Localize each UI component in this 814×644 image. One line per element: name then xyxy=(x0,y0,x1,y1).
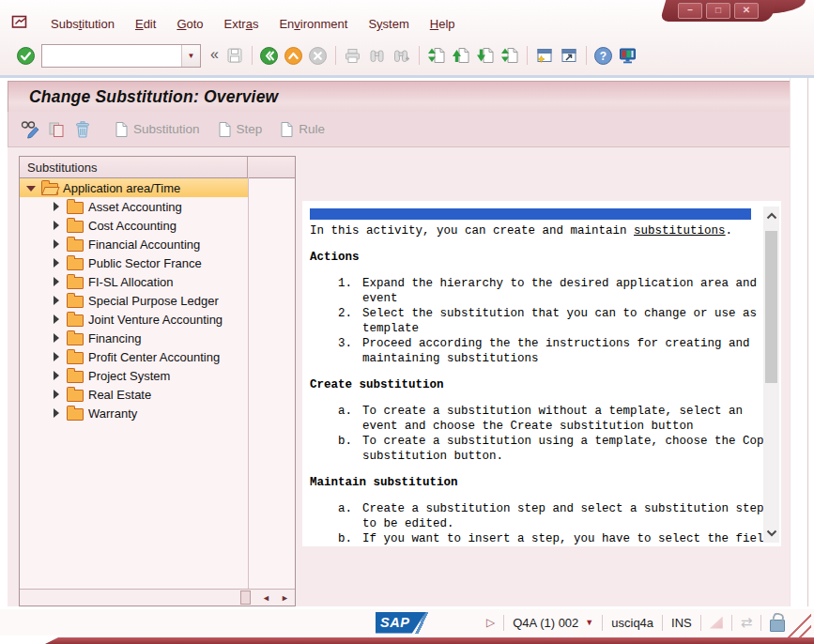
tree-header: Substitutions xyxy=(20,157,295,178)
tree-item[interactable]: Public Sector France xyxy=(20,253,295,272)
tree-root-label: Application area/Time xyxy=(63,181,180,195)
tree-item[interactable]: Financial Accounting xyxy=(20,235,295,253)
collapse-arrow-icon[interactable] xyxy=(26,183,36,192)
tree-item[interactable]: Cost Accounting xyxy=(20,216,295,235)
hscrollbar-thumb[interactable] xyxy=(240,590,251,605)
tree-item-label: Profit Center Accounting xyxy=(88,350,220,364)
status-expand-icon[interactable]: ▷ xyxy=(486,616,495,629)
doc-heading: Maintain substitution xyxy=(310,475,751,490)
substitutions-link[interactable]: substitutions xyxy=(634,224,726,238)
minimize-button[interactable]: – xyxy=(678,3,702,19)
close-button[interactable]: ✕ xyxy=(734,3,759,19)
tree-item[interactable]: Project System xyxy=(20,366,295,385)
print-icon[interactable] xyxy=(342,44,364,67)
tree-item-label: Special Purpose Ledger xyxy=(88,294,219,308)
copy-icon[interactable] xyxy=(44,118,69,141)
tree-item[interactable]: Profit Center Accounting xyxy=(20,347,295,366)
input-mode-text: INS xyxy=(671,616,692,630)
menu-substitution[interactable]: Substitution xyxy=(40,14,125,34)
svg-text:?: ? xyxy=(600,50,607,63)
menu-system[interactable]: System xyxy=(358,14,419,34)
expand-arrow-icon[interactable] xyxy=(52,314,61,324)
enter-check-icon[interactable] xyxy=(14,44,37,67)
first-page-icon[interactable] xyxy=(425,44,448,67)
tree-item[interactable]: Warranty xyxy=(20,404,295,422)
expand-arrow-icon[interactable] xyxy=(52,221,61,230)
substitution-button[interactable]: Substitution xyxy=(114,121,200,138)
tree-root-application-area[interactable]: Application area/Time xyxy=(20,178,248,197)
command-input[interactable] xyxy=(42,45,181,67)
cancel-icon[interactable] xyxy=(307,44,330,67)
scroll-left-icon[interactable]: ◄ xyxy=(257,590,275,605)
page-up-icon[interactable] xyxy=(450,44,472,67)
right-gutter xyxy=(790,78,814,606)
customize-layout-icon[interactable] xyxy=(617,44,639,67)
maximize-button[interactable]: □ xyxy=(706,3,730,19)
last-page-icon[interactable] xyxy=(499,44,521,67)
page-down-icon[interactable] xyxy=(474,44,497,67)
menu-environment[interactable]: Environment xyxy=(269,14,358,34)
new-session-icon[interactable] xyxy=(533,44,556,67)
menu-edit[interactable]: Edit xyxy=(125,14,166,34)
collapse-toolbar-icon[interactable]: « xyxy=(210,46,219,63)
command-dropdown-icon[interactable]: ▼ xyxy=(181,45,200,67)
expand-arrow-icon[interactable] xyxy=(52,371,61,380)
delete-icon[interactable] xyxy=(70,118,95,141)
expand-arrow-icon[interactable] xyxy=(52,202,61,211)
rule-button[interactable]: Rule xyxy=(279,121,325,138)
menu-extras[interactable]: Extras xyxy=(214,14,269,34)
unlock-icon[interactable] xyxy=(770,620,785,632)
system-dropdown-icon[interactable]: ▼ xyxy=(585,618,593,627)
expand-arrow-icon[interactable] xyxy=(52,352,61,361)
find-next-icon[interactable] xyxy=(391,44,413,67)
tree-item[interactable]: Special Purpose Ledger xyxy=(20,291,295,310)
tree-item[interactable]: FI-SL Allocation xyxy=(20,272,295,291)
expand-arrow-icon[interactable] xyxy=(52,333,61,343)
tree-item[interactable]: Joint Venture Accounting xyxy=(20,310,295,329)
doc-heading: Create substitution xyxy=(310,377,751,392)
separator xyxy=(700,615,701,631)
doc-list-item: b.If you want to insert a step, you have… xyxy=(338,531,781,546)
expand-arrow-icon[interactable] xyxy=(52,390,61,399)
create-shortcut-icon[interactable] xyxy=(558,44,580,67)
document-icon xyxy=(114,121,129,138)
folder-icon xyxy=(67,277,84,289)
scroll-right-icon[interactable]: ► xyxy=(276,590,294,605)
menu-help[interactable]: Help xyxy=(420,14,466,34)
scroll-down-icon[interactable] xyxy=(763,526,779,541)
tree-item[interactable]: Financing xyxy=(20,329,295,347)
separator xyxy=(252,46,253,65)
menu-goto[interactable]: Goto xyxy=(166,14,213,34)
tree-hscrollbar: ◄ ► xyxy=(20,589,295,606)
separator xyxy=(503,615,504,631)
vscrollbar-thumb[interactable] xyxy=(765,231,777,383)
doc-list-item: 2.Select the substitution that you can t… xyxy=(338,306,781,336)
tree-item[interactable]: Real Estate xyxy=(20,385,295,404)
doc-intro: In this activity, you can create and mai… xyxy=(310,223,751,238)
selection-status-icon xyxy=(710,617,723,629)
folder-icon xyxy=(67,390,84,402)
folder-icon xyxy=(67,314,84,327)
back-icon[interactable] xyxy=(258,44,281,67)
scroll-up-icon[interactable] xyxy=(763,208,779,223)
tree-item-label: Warranty xyxy=(88,406,137,421)
save-icon[interactable] xyxy=(223,44,246,67)
expand-arrow-icon[interactable] xyxy=(52,258,61,268)
expand-arrow-icon[interactable] xyxy=(52,296,61,305)
help-icon[interactable]: ? xyxy=(592,44,615,67)
find-icon[interactable] xyxy=(366,44,389,67)
doc-list: 1.Expand the hierarchy to the desired ap… xyxy=(338,276,781,366)
tree-item[interactable]: Asset Accounting xyxy=(20,197,295,216)
separator xyxy=(527,46,528,65)
separator xyxy=(602,615,603,631)
exit-icon[interactable] xyxy=(283,44,305,67)
folder-icon xyxy=(67,352,84,364)
expand-arrow-icon[interactable] xyxy=(52,277,61,286)
expand-arrow-icon[interactable] xyxy=(52,408,61,418)
display-change-icon[interactable] xyxy=(18,118,42,141)
open-folder-icon xyxy=(41,183,58,195)
system-menu-icon[interactable] xyxy=(11,14,29,34)
step-button[interactable]: Step xyxy=(217,121,263,138)
expand-arrow-icon[interactable] xyxy=(52,239,61,249)
doc-list-item: 3.Proceed according the the instructions… xyxy=(338,336,781,366)
